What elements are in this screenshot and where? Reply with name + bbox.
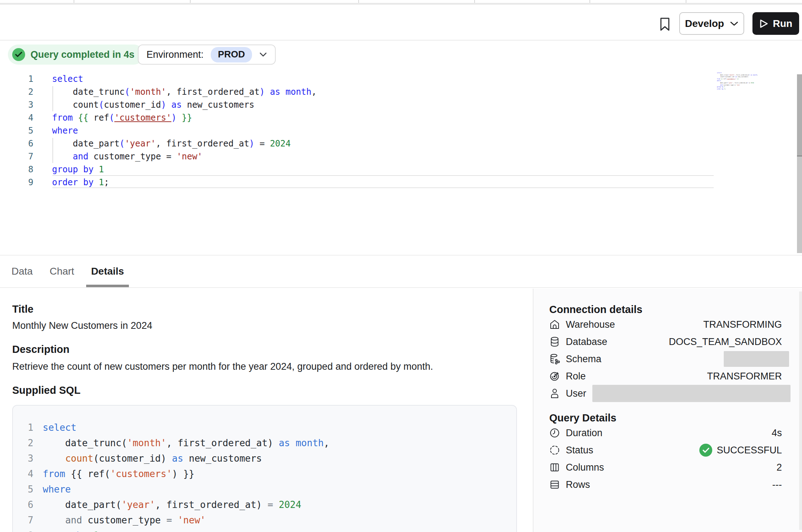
detail-value: TRANSFORMING xyxy=(615,319,782,330)
code-line: and customer_type = 'new' xyxy=(43,513,329,528)
develop-button-label: Develop xyxy=(685,18,724,29)
code-line: count(customer_id) as new_customers xyxy=(43,451,329,466)
duration-icon xyxy=(549,427,561,439)
code-line: where xyxy=(52,124,317,137)
supplied-sql-heading: Supplied SQL xyxy=(12,384,517,396)
code-line: from {{ ref('customers') }} xyxy=(52,111,317,124)
play-icon xyxy=(759,19,769,29)
results-tabs: DataChartDetails xyxy=(0,255,802,288)
environment-label: Environment: xyxy=(146,49,204,60)
code-line: date_part('year', first_ordered_at) = 20… xyxy=(52,137,317,150)
code-line: select xyxy=(52,73,317,85)
query-status-pill: Query completed in 4s xyxy=(8,45,144,65)
code-line: order by 1; xyxy=(717,88,784,90)
chevron-down-icon xyxy=(259,52,267,57)
detail-label: Columns xyxy=(566,462,604,473)
supplied-sql-line-numbers: 12345678 xyxy=(13,420,33,532)
code-line: from {{ ref('customers') }} xyxy=(43,466,329,482)
editor-scrollbar[interactable] xyxy=(797,74,802,253)
redacted-value xyxy=(724,351,789,367)
topbar: Develop Run xyxy=(0,5,802,41)
minimap-code: select date_trunc('month', first_ordered… xyxy=(717,72,784,90)
tab-chart[interactable]: Chart xyxy=(50,256,74,287)
detail-value: DOCS_TEAM_SANDBOX xyxy=(607,336,782,347)
status-icon xyxy=(549,444,561,456)
code-line: order by 1; xyxy=(52,176,317,189)
role-icon xyxy=(549,370,561,382)
detail-row-duration: Duration4s xyxy=(549,424,782,442)
detail-row-database: DatabaseDOCS_TEAM_SANDBOX xyxy=(549,333,782,350)
title-heading: Title xyxy=(12,303,517,315)
code-line: date_part('year', first_ordered_at) = 20… xyxy=(43,497,329,513)
environment-selector[interactable]: Environment: PROD xyxy=(138,45,276,65)
description-value: Retrieve the count of new customers per … xyxy=(12,361,517,372)
detail-value xyxy=(586,385,782,402)
editor-line-numbers: 123456789 xyxy=(0,73,33,189)
detail-label: Database xyxy=(566,336,607,347)
details-panel: Title Monthly New Customers in 2024 Desc… xyxy=(12,288,517,532)
database-icon xyxy=(549,336,561,347)
rows-icon xyxy=(549,479,561,490)
detail-row-user: User xyxy=(549,385,782,402)
chevron-down-icon xyxy=(730,21,738,27)
detail-label: Status xyxy=(566,445,593,456)
detail-label: Rows xyxy=(566,479,590,490)
detail-value: --- xyxy=(590,479,782,490)
check-circle-icon xyxy=(12,48,25,61)
run-button-label: Run xyxy=(773,18,792,29)
detail-row-columns: Columns2 xyxy=(549,459,782,476)
code-line: date_trunc('month', first_ordered_at) as… xyxy=(52,85,317,98)
detail-label: User xyxy=(566,388,586,399)
connection-details-panel: Connection details WarehouseTRANSFORMING… xyxy=(533,289,802,532)
detail-row-rows: Rows--- xyxy=(549,476,782,493)
detail-value: 4s xyxy=(602,428,782,439)
code-line: and customer_type = 'new' xyxy=(52,150,317,163)
environment-value-badge: PROD xyxy=(211,47,252,62)
bookmark-icon[interactable] xyxy=(658,17,672,32)
tab-details[interactable]: Details xyxy=(91,256,124,287)
description-heading: Description xyxy=(12,344,517,355)
code-line: select xyxy=(43,420,329,435)
user-icon xyxy=(549,388,561,399)
code-line: where xyxy=(43,482,329,497)
detail-value xyxy=(601,351,782,367)
code-line: group by 1 xyxy=(43,528,329,532)
editor-minimap[interactable]: select date_trunc('month', first_ordered… xyxy=(717,72,756,92)
tab-data[interactable]: Data xyxy=(11,256,33,287)
detail-label: Role xyxy=(566,371,586,382)
detail-row-role: RoleTRANSFORMER xyxy=(549,368,782,385)
detail-value: TRANSFORMER xyxy=(586,371,782,382)
redacted-value xyxy=(592,385,791,402)
detail-value: 2 xyxy=(604,462,782,473)
columns-icon xyxy=(549,462,561,473)
detail-label: Duration xyxy=(566,428,602,439)
code-line: date_trunc('month', first_ordered_at) as… xyxy=(43,435,329,451)
detail-label: Schema xyxy=(566,354,601,365)
connection-details-heading: Connection details xyxy=(549,303,782,316)
success-check-icon xyxy=(699,444,712,457)
supplied-sql-code: select date_trunc('month', first_ordered… xyxy=(43,420,329,532)
detail-label: Warehouse xyxy=(566,319,615,330)
query-details-heading: Query Details xyxy=(549,411,782,424)
query-status-text: Query completed in 4s xyxy=(31,49,135,60)
detail-row-status: StatusSUCCESSFUL xyxy=(549,442,782,459)
panel-scrollbar[interactable] xyxy=(799,291,802,530)
supplied-sql-box: 12345678 select date_trunc('month', firs… xyxy=(12,405,517,532)
code-line: count(customer_id) as new_customers xyxy=(52,98,317,111)
title-value: Monthly New Customers in 2024 xyxy=(12,320,517,331)
schema-icon xyxy=(549,353,561,365)
run-button[interactable]: Run xyxy=(752,12,799,35)
editor-code[interactable]: select date_trunc('month', first_ordered… xyxy=(52,73,317,189)
develop-button[interactable]: Develop xyxy=(679,12,744,35)
browser-tab-strip xyxy=(0,0,802,3)
detail-value: SUCCESSFUL xyxy=(593,444,782,457)
detail-row-schema: Schema xyxy=(549,350,782,368)
code-line: group by 1 xyxy=(52,163,317,176)
warehouse-icon xyxy=(549,319,561,330)
sql-editor[interactable]: 123456789 select date_trunc('month', fir… xyxy=(0,68,802,255)
detail-row-warehouse: WarehouseTRANSFORMING xyxy=(549,316,782,333)
